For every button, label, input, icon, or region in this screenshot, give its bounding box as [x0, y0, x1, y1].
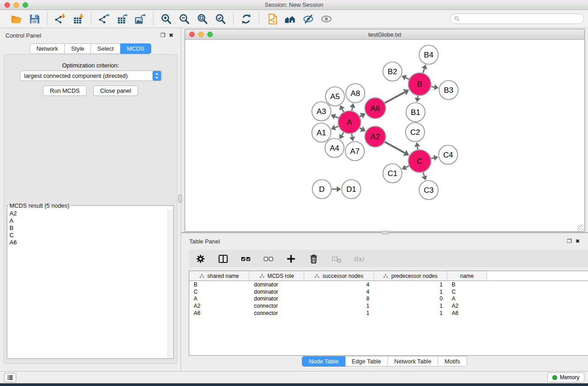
tab-select[interactable]: Select [91, 43, 120, 54]
export-network-button[interactable] [97, 12, 111, 26]
zoom-fit-button[interactable] [195, 12, 210, 26]
edge-C-C4[interactable] [431, 158, 434, 158]
run-mcds-button[interactable]: Run MCDS [43, 86, 86, 96]
zoom-selected-button[interactable] [213, 12, 228, 26]
edge-B-B3[interactable] [431, 86, 434, 87]
column-header-successor-nodes[interactable]: successor nodes [304, 271, 374, 281]
graph-node-A7[interactable]: A7 [345, 142, 364, 161]
graph-node-C3[interactable]: C3 [419, 181, 438, 200]
graph-node-C[interactable]: C [408, 150, 431, 172]
graph-node-A4[interactable]: A4 [325, 138, 344, 157]
graph-node-A1[interactable]: A1 [312, 123, 331, 142]
column-header-predecessor-nodes[interactable]: predecessor nodes [374, 271, 447, 281]
new-network-from-selection-button[interactable] [265, 12, 279, 26]
graph-node-B3[interactable]: B3 [439, 81, 458, 100]
edge-A2-C[interactable] [385, 142, 405, 153]
zoom-window-button[interactable] [23, 2, 28, 8]
graph-node-C4[interactable]: C4 [439, 145, 458, 164]
select-all-columns-button[interactable] [239, 253, 252, 265]
table-row[interactable]: Adominator80A [189, 295, 588, 303]
mcds-result-list[interactable]: A2ABCA6 [7, 209, 167, 358]
edge-A-A2[interactable] [360, 128, 362, 129]
graph-node-C1[interactable]: C1 [383, 164, 402, 183]
edge-C-C2[interactable] [417, 147, 418, 150]
export-image-button[interactable] [133, 12, 148, 26]
graph-node-A[interactable]: A [338, 111, 361, 133]
tab-mcds[interactable]: MCDS [120, 43, 151, 54]
tab-style[interactable]: Style [65, 43, 91, 54]
network-zoom-button[interactable] [207, 32, 213, 37]
column-header-name[interactable]: name [447, 271, 487, 281]
window-resize-grip[interactable] [578, 224, 584, 231]
column-header-MCDS-role[interactable]: MCDS role [249, 271, 304, 281]
zoom-out-button[interactable] [177, 12, 191, 26]
graph-node-A2[interactable]: A2 [365, 126, 386, 147]
table-row[interactable]: Bdominator41B [189, 281, 588, 288]
graph-node-D1[interactable]: D1 [342, 180, 361, 199]
result-list-item[interactable]: A6 [10, 239, 167, 246]
edge-B-B2[interactable] [406, 78, 409, 79]
table-row[interactable]: A2connector11A2 [189, 302, 588, 310]
delete-column-button[interactable] [307, 253, 320, 265]
export-table-button[interactable] [115, 12, 129, 26]
save-session-button[interactable] [27, 12, 42, 26]
close-table-panel-icon[interactable]: ✖ [574, 238, 582, 244]
tab-network[interactable]: Network [29, 43, 65, 54]
tab-node-table[interactable]: Node Table [302, 356, 345, 367]
network-window-titlebar[interactable]: testGlobe.txt [185, 29, 584, 40]
graph-node-D[interactable]: D [312, 180, 331, 199]
edge-B-B4[interactable] [423, 69, 425, 73]
table-row[interactable]: Cdominator41C [189, 288, 588, 295]
edge-A-A1[interactable] [335, 126, 339, 128]
graph-node-B4[interactable]: B4 [419, 45, 438, 64]
graph-node-C2[interactable]: C2 [406, 123, 425, 142]
edge-A-A8[interactable] [352, 107, 352, 110]
memory-button[interactable]: Memory [547, 372, 584, 382]
close-panel-icon[interactable]: ✖ [167, 32, 175, 38]
first-neighbors-button[interactable] [283, 12, 297, 26]
network-close-button[interactable] [189, 32, 195, 37]
add-column-button[interactable] [285, 253, 297, 265]
edge-C-C3[interactable] [423, 172, 425, 176]
network-minimize-button[interactable] [198, 32, 204, 37]
result-list-item[interactable]: B [10, 224, 167, 232]
task-history-button[interactable] [4, 373, 16, 382]
tab-network-table[interactable]: Network Table [388, 356, 438, 367]
result-list-item[interactable]: A2 [10, 210, 167, 217]
tab-motifs[interactable]: Motifs [438, 356, 467, 367]
edge-A-A4[interactable] [342, 133, 344, 136]
deselect-all-columns-button[interactable] [262, 253, 275, 265]
result-list-item[interactable]: C [10, 232, 167, 239]
edge-A-A3[interactable] [335, 117, 339, 118]
close-window-button[interactable] [5, 2, 10, 8]
graph-node-B2[interactable]: B2 [383, 62, 402, 81]
result-list-item[interactable]: A [10, 217, 167, 224]
graph-node-A5[interactable]: A5 [325, 87, 344, 106]
graph-node-B[interactable]: B [408, 73, 431, 95]
show-graphics-details-button[interactable] [319, 12, 334, 26]
edge-B-B1[interactable] [418, 96, 418, 98]
edge-C-C1[interactable] [406, 166, 409, 167]
table-row[interactable]: A6connector11A6 [189, 310, 588, 317]
network-canvas[interactable]: B4B2BB3A5A8A6B1A3AC2A1A2A4A7C4CC1C3DD1 [185, 40, 584, 231]
edge-A6-B[interactable] [385, 92, 405, 103]
tab-edge-table[interactable]: Edge Table [345, 356, 388, 367]
zoom-in-button[interactable] [159, 12, 173, 26]
float-panel-icon[interactable]: ❐ [159, 32, 167, 38]
float-table-panel-icon[interactable]: ❐ [565, 238, 574, 244]
search-field[interactable] [450, 14, 584, 24]
graph-node-A6[interactable]: A6 [365, 98, 386, 119]
horizontal-split-grip[interactable] [382, 231, 389, 234]
refresh-button[interactable] [239, 12, 253, 26]
criterion-select[interactable]: largest connected component (directed) [20, 71, 162, 81]
hide-annotations-button[interactable] [301, 12, 316, 26]
split-table-button[interactable] [217, 253, 229, 265]
import-network-button[interactable] [53, 12, 67, 26]
graph-node-A8[interactable]: A8 [346, 84, 365, 103]
vertical-split-grip[interactable] [178, 195, 182, 203]
close-panel-button[interactable]: Close panel [93, 86, 138, 96]
search-input[interactable] [460, 14, 583, 24]
result-scrollbar[interactable] [167, 209, 173, 358]
edge-A-A7[interactable] [352, 134, 352, 137]
minimize-window-button[interactable] [14, 2, 19, 8]
